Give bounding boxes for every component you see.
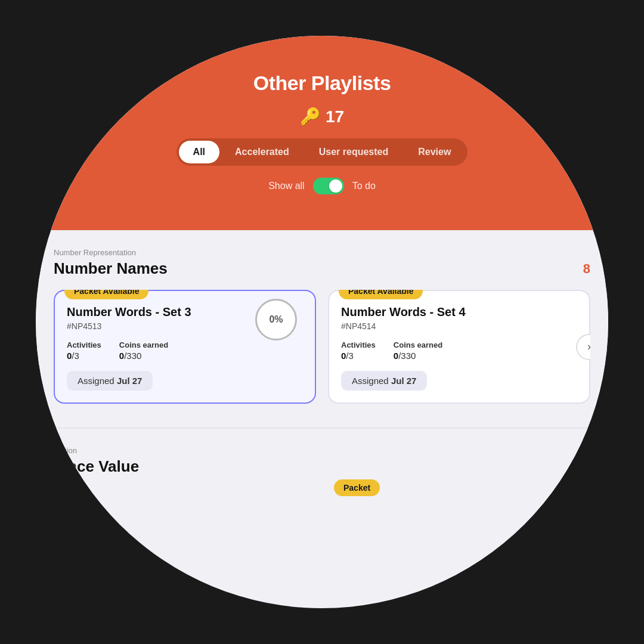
card-2-body: Number Words - Set 4 #NP4514 Activities … [329, 305, 589, 402]
tab-all[interactable]: All [179, 141, 219, 163]
section-count: 8 [583, 261, 590, 277]
section-title: Number Names [54, 259, 168, 278]
bottom-card-2: Packet [328, 485, 590, 521]
filter-tabs: All Accelerated User requested Review [177, 138, 468, 166]
card-2-activities: Activities 0/3 [341, 340, 376, 361]
bottom-title: Place Value [54, 457, 590, 476]
playlist-card-2[interactable]: Packet Available Number Words - Set 4 #N… [328, 290, 590, 404]
card-1-progress: 0% [255, 299, 297, 340]
card-2-title: Number Words - Set 4 [341, 305, 577, 319]
tab-review[interactable]: Review [404, 141, 465, 163]
card-1-activities: Activities 0/3 [67, 340, 101, 361]
content-section: Number Representation Number Names 8 Pac… [36, 230, 608, 416]
page-title: Other Playlists [253, 72, 391, 95]
card-1-coins: Coins earned 0/330 [119, 340, 168, 361]
key-icon: 🔑 [300, 107, 321, 126]
bottom-section: ntation Place Value Packet [36, 440, 608, 527]
card-1-assigned: Assigned Jul 27 [67, 371, 153, 391]
show-all-label: Show all [268, 181, 304, 191]
toggle-switch[interactable] [313, 178, 344, 194]
tab-accelerated[interactable]: Accelerated [221, 141, 304, 163]
packet-badge-1: Packet Available [64, 290, 148, 299]
bottom-cards-row: Packet [54, 485, 590, 521]
card-2-assigned: Assigned Jul 27 [341, 371, 427, 391]
bottom-category: ntation [54, 446, 590, 455]
section-title-row: Number Names 8 [54, 259, 590, 278]
section-category: Number Representation [54, 248, 590, 257]
card-1-body: Number Words - Set 3 #NP4513 0% Activiti… [55, 305, 315, 402]
top-section: Other Playlists 🔑 17 All Accelerated Use… [36, 36, 608, 230]
playlist-count: 17 [326, 107, 344, 126]
toggle-knob [329, 179, 342, 193]
card-2-id: #NP4514 [341, 321, 577, 331]
to-do-label: To do [352, 181, 376, 191]
cards-row: Packet Available Number Words - Set 3 #N… [54, 290, 590, 404]
section-divider [36, 428, 608, 428]
toggle-row: Show all To do [268, 178, 376, 194]
card-1-stats: Activities 0/3 Coins earned 0/330 [67, 340, 303, 361]
packet-badge-2: Packet Available [339, 290, 423, 299]
card-2-stats: Activities 0/3 Coins earned 0/330 [341, 340, 577, 361]
bottom-card-placeholder-1 [54, 485, 316, 521]
key-count-row: 🔑 17 [300, 107, 344, 126]
tab-user-requested[interactable]: User requested [305, 141, 403, 163]
card-2-coins: Coins earned 0/330 [394, 340, 442, 361]
playlist-card-1[interactable]: Packet Available Number Words - Set 3 #N… [54, 290, 316, 404]
bottom-packet-badge: Packet [334, 479, 380, 496]
